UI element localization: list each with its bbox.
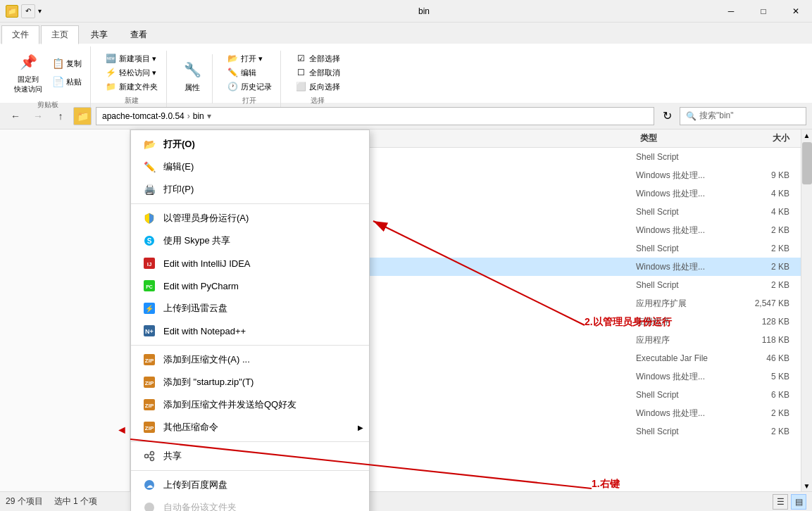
ribbon: 文件 主页 共享 查看 📌 固定到快速访问 📋 复制 📄 粘贴 [0, 23, 812, 103]
separator [131, 203, 369, 204]
edit-label: 编辑 [241, 68, 256, 78]
context-menu-print[interactable]: 🖨️ 打印(P) [131, 178, 369, 201]
path-segment-parent[interactable]: apache-tomcat-9.0.54 [102, 111, 185, 121]
context-menu-edit[interactable]: ✏️ 编辑(E) [131, 156, 369, 178]
path-segment-current[interactable]: bin [193, 111, 204, 121]
new-folder-button[interactable]: 📁 新建文件夹 [102, 80, 161, 93]
vertical-scrollbar[interactable]: ▲ ▼ [801, 130, 812, 491]
context-menu-baidu[interactable]: ☁ 上传到百度网盘 [131, 474, 369, 496]
print-menu-label: 打印(P) [163, 183, 194, 196]
sidebar [0, 130, 130, 491]
selected-count: 选中 1 个项 [54, 496, 97, 507]
address-bar: ← → ↑ 📁 apache-tomcat-9.0.54 › bin ▾ ↻ 🔍… [0, 103, 812, 130]
back-button[interactable]: ← [6, 106, 25, 126]
scroll-down-button[interactable]: ▼ [801, 480, 812, 491]
svg-text:ZIP: ZIP [145, 403, 154, 409]
deselect-all-button[interactable]: ☐ 全部取消 [292, 66, 343, 79]
skype-menu-icon: S [142, 234, 156, 248]
select-all-label: 全部选择 [309, 53, 340, 64]
tab-share[interactable]: 共享 [80, 25, 118, 44]
folder-icon: 📁 [73, 107, 92, 125]
pin-label: 固定到快速访问 [14, 75, 42, 94]
context-menu-pycharm[interactable]: PC Edit with PyCharm [131, 275, 369, 297]
thunder-menu-label: 上传到迅雷云盘 [163, 302, 227, 315]
context-menu-skype[interactable]: S 使用 Skype 共享 [131, 229, 369, 252]
context-menu-runas[interactable]: 以管理员身份运行(A) [131, 207, 369, 229]
zipqq-menu-label: 添加到压缩文件并发送给QQ好友 [163, 398, 296, 411]
properties-button[interactable]: 🔧 属性 [178, 56, 206, 96]
context-menu-thunder[interactable]: ⚡ 上传到迅雷云盘 [131, 297, 369, 320]
detail-view-button[interactable]: ▤ [791, 494, 806, 510]
select-all-button[interactable]: ☑ 全部选择 [292, 52, 343, 65]
notepad-menu-icon: N+ [142, 324, 156, 338]
context-menu-notepad[interactable]: N+ Edit with Notepad++ [131, 320, 369, 342]
file-type: Executable Jar File [636, 353, 735, 363]
easy-visit-button[interactable]: ⚡ 轻松访问 ▾ [102, 66, 159, 79]
undo-icon[interactable]: ↶ [21, 4, 35, 18]
pin-icon: 📌 [17, 51, 39, 73]
file-type: Shell Script [636, 244, 735, 253]
open-button[interactable]: 📂 打开 ▾ [224, 52, 266, 65]
close-button[interactable]: ✕ [780, 0, 812, 23]
context-menu-addstartupzip[interactable]: ZIP 添加到 "startup.zip"(T) [131, 371, 369, 393]
context-menu-otherzips[interactable]: ZIP 其他压缩命令 ▶ [131, 416, 369, 439]
context-menu-share[interactable]: 共享 [131, 445, 369, 467]
maximize-button[interactable]: □ [747, 0, 780, 23]
scroll-thumb[interactable] [802, 142, 812, 184]
pin-quickaccess-button[interactable]: 📌 固定到快速访问 [11, 48, 45, 97]
context-menu-intellij[interactable]: IJ Edit with IntelliJ IDEA [131, 252, 369, 275]
addzip-menu-label: 添加到压缩文件(A) ... [163, 353, 250, 366]
minimize-button[interactable]: ─ [715, 0, 747, 23]
svg-text:IJ: IJ [147, 261, 152, 267]
new-project-button[interactable]: 🆕 新建项目 ▾ [102, 52, 159, 65]
search-box[interactable]: 🔍 搜索"bin" [680, 107, 806, 125]
share-menu-label: 共享 [163, 450, 182, 462]
svg-point-19 [145, 455, 149, 458]
context-menu-backup: 自动备份该文件夹 [131, 496, 369, 511]
path-dropdown-arrow[interactable]: ▾ [207, 111, 211, 121]
ribbon-group-properties: 🔧 属性 [173, 54, 213, 103]
edit-button[interactable]: ✏️ 编辑 [224, 66, 259, 79]
file-size: 2 KB [739, 225, 795, 235]
separator [131, 345, 369, 346]
context-menu-addzip[interactable]: ZIP 添加到压缩文件(A) ... [131, 348, 369, 371]
window-title: bin [42, 6, 806, 16]
context-menu-open[interactable]: 📂 打开(O) [131, 133, 369, 156]
copy-button[interactable]: 📋 复制 [48, 55, 85, 72]
file-type: 应用程序 [636, 316, 735, 328]
list-view-button[interactable]: ☰ [773, 494, 788, 510]
history-button[interactable]: 🕐 历史记录 [224, 80, 275, 93]
file-type: Windows 批处理... [636, 371, 735, 383]
tab-home[interactable]: 主页 [41, 25, 79, 44]
scroll-up-button[interactable]: ▲ [801, 130, 812, 141]
open-label: 打开 ▾ [241, 53, 263, 64]
file-type: Shell Script [636, 152, 735, 162]
file-type: 应用程序 [636, 334, 735, 346]
tab-file[interactable]: 文件 [1, 25, 39, 44]
zip3-menu-icon: ZIP [142, 398, 156, 412]
new-folder-icon: 📁 [105, 81, 116, 92]
address-path[interactable]: apache-tomcat-9.0.54 › bin ▾ [96, 107, 654, 125]
ribbon-group-select: ☑ 全部选择 ☐ 全部取消 ⬜ 反向选择 选择 [287, 51, 349, 107]
edit-menu-icon: ✏️ [142, 160, 156, 174]
invert-icon: ⬜ [295, 81, 306, 92]
ribbon-group-open: 📂 打开 ▾ ✏️ 编辑 🕐 历史记录 打开 [218, 51, 281, 107]
col-type-header[interactable]: 类型 [640, 132, 739, 144]
context-menu-zipqq[interactable]: ZIP 添加到压缩文件并发送给QQ好友 [131, 393, 369, 416]
ribbon-tabs: 文件 主页 共享 查看 [0, 23, 812, 44]
refresh-button[interactable]: ↻ [657, 106, 677, 126]
skype-menu-label: 使用 Skype 共享 [163, 234, 230, 247]
view-controls: ☰ ▤ [773, 494, 806, 510]
svg-point-25 [144, 503, 154, 511]
file-type: Windows 批处理... [636, 188, 735, 200]
intellij-menu-label: Edit with IntelliJ IDEA [163, 258, 251, 269]
file-type: Shell Script [636, 390, 735, 400]
zip2-menu-icon: ZIP [142, 375, 156, 389]
up-button[interactable]: ↑ [51, 106, 70, 126]
file-size: 6 KB [739, 390, 795, 400]
paste-button[interactable]: 📄 粘贴 [48, 73, 85, 90]
tab-view[interactable]: 查看 [120, 25, 158, 44]
col-size-header[interactable]: 大小 [739, 132, 795, 144]
invert-select-button[interactable]: ⬜ 反向选择 [292, 80, 343, 93]
file-size: 118 KB [739, 335, 795, 345]
